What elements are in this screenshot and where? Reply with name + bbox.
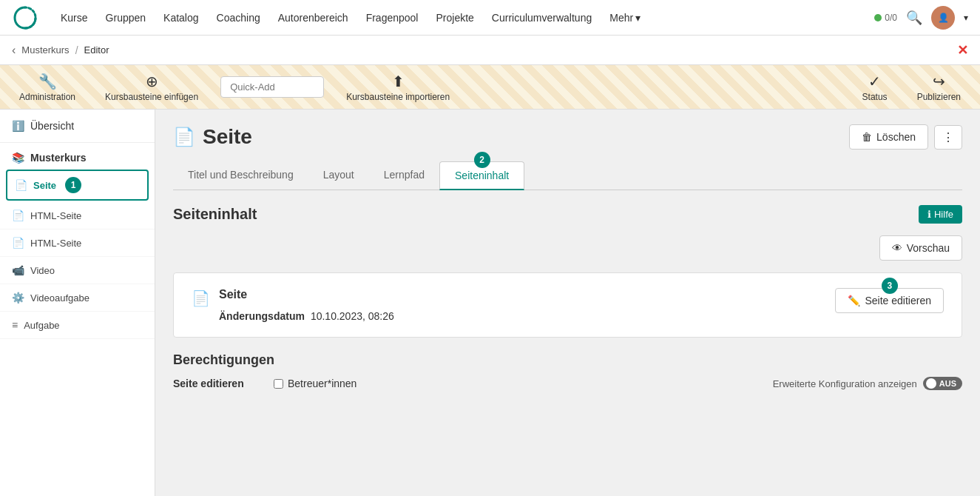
logo[interactable] bbox=[12, 4, 38, 31]
nav-links: Kurse Gruppen Katalog Coaching Autorenbe… bbox=[53, 7, 859, 28]
breadcrumb-current: Editor bbox=[84, 44, 109, 56]
close-button[interactable]: ✕ bbox=[957, 42, 968, 58]
plus-icon: ⊕ bbox=[146, 73, 158, 90]
edit-icon: ✏️ bbox=[848, 295, 860, 306]
sidebar-item-videoaufgabe[interactable]: ⚙️ Videoaufgabe bbox=[0, 284, 155, 312]
section-title: Seiteninhalt bbox=[173, 206, 257, 223]
page-title-icon: 📄 bbox=[173, 127, 195, 147]
breadcrumb-parent[interactable]: Musterkurs bbox=[21, 44, 69, 56]
sidebar-overview[interactable]: ℹ️ Übersicht bbox=[0, 110, 155, 143]
step-badge-1: 1 bbox=[65, 177, 81, 193]
administration-button[interactable]: 🔧 Administration bbox=[12, 68, 83, 107]
tabs: Titel und Beschreibung Layout Lernpfad 2… bbox=[173, 161, 962, 190]
edit-step-badge: 3 bbox=[882, 278, 898, 294]
permissions-checkbox[interactable] bbox=[274, 379, 283, 389]
page-title: 📄 Seite bbox=[173, 125, 252, 149]
card-body: Seite Änderungsdatum 10.10.2023, 08:26 bbox=[219, 288, 826, 322]
card-title: Seite bbox=[219, 288, 826, 301]
tab-seiteninhalt[interactable]: 2 Seiteninhalt bbox=[439, 161, 524, 190]
page-header: 📄 Seite 🗑 Löschen ⋮ bbox=[173, 124, 962, 150]
nav-curriculum[interactable]: Curriculumverwaltung bbox=[484, 7, 599, 28]
content-area: 📄 Seite 🗑 Löschen ⋮ Titel und Beschreibu… bbox=[155, 110, 980, 496]
import-button[interactable]: ⬆ Kursbausteine importieren bbox=[339, 68, 457, 107]
card-actions: 3 ✏️ Seite editieren bbox=[835, 288, 944, 313]
status-dot bbox=[874, 14, 882, 21]
book-icon: 📚 bbox=[12, 152, 24, 164]
toolbar-right: ✓ Status ↪ Publizieren bbox=[855, 68, 968, 107]
sidebar-item-seite[interactable]: 📄 Seite 1 bbox=[6, 170, 149, 201]
nav-katalog[interactable]: Katalog bbox=[156, 7, 206, 28]
permissions-right: Erweiterte Konfiguration anzeigen AUS bbox=[773, 377, 962, 390]
quick-add-input[interactable] bbox=[220, 76, 324, 98]
toggle-circle bbox=[926, 378, 936, 389]
breadcrumb: ‹ Musterkurs / Editor ✕ bbox=[0, 36, 980, 65]
permissions-edit-label: Seite editieren bbox=[173, 378, 262, 389]
status-count: 0/0 bbox=[885, 13, 897, 23]
card-meta-value: 10.10.2023, 08:26 bbox=[311, 310, 394, 322]
edit-button-wrapper: 3 ✏️ Seite editieren bbox=[835, 288, 944, 313]
nav-projekte[interactable]: Projekte bbox=[428, 7, 481, 28]
insert-button[interactable]: ⊕ Kursbausteine einfügen bbox=[98, 68, 206, 107]
nav-right: 0/0 🔍 👤 ▾ bbox=[874, 6, 968, 30]
status-indicator: 0/0 bbox=[874, 13, 897, 23]
info-icon: ℹ️ bbox=[12, 120, 24, 132]
preview-button[interactable]: 👁 Vorschau bbox=[879, 235, 962, 261]
preview-row: 👁 Vorschau bbox=[173, 235, 962, 272]
card-header: 📄 Seite Änderungsdatum 10.10.2023, 08:26… bbox=[192, 288, 944, 322]
tab-step-badge: 2 bbox=[474, 152, 490, 168]
tab-layout[interactable]: Layout bbox=[308, 161, 369, 190]
toolbar: 🔧 Administration ⊕ Kursbausteine einfüge… bbox=[0, 65, 980, 110]
sidebar-item-html1[interactable]: 📄 HTML-Seite bbox=[0, 202, 155, 229]
tab-lernpfad[interactable]: Lernpfad bbox=[369, 161, 439, 190]
sidebar-item-video[interactable]: 📹 Video bbox=[0, 257, 155, 284]
html-icon-1: 📄 bbox=[12, 210, 24, 221]
sidebar-item-html2[interactable]: 📄 HTML-Seite bbox=[0, 229, 155, 257]
help-button[interactable]: ℹ Hilfe bbox=[919, 205, 962, 224]
permissions-row: Seite editieren Betreuer*innen Erweitert… bbox=[173, 377, 962, 390]
sidebar-item-aufgabe[interactable]: ≡ Aufgabe bbox=[0, 312, 155, 339]
search-icon[interactable]: 🔍 bbox=[906, 10, 922, 26]
publish-button[interactable]: ↪ Publizieren bbox=[910, 68, 968, 107]
eye-icon: 👁 bbox=[892, 242, 902, 254]
videoaufgabe-icon: ⚙️ bbox=[12, 292, 24, 304]
toggle-off[interactable]: AUS bbox=[923, 377, 962, 390]
permissions-title: Berechtigungen bbox=[173, 352, 962, 368]
share-icon: ↪ bbox=[933, 73, 945, 90]
wrench-icon: 🔧 bbox=[38, 73, 57, 90]
nav-fragenpool[interactable]: Fragenpool bbox=[359, 7, 426, 28]
video-icon: 📹 bbox=[12, 264, 24, 276]
nav-autorenbereich[interactable]: Autorenbereich bbox=[271, 7, 356, 28]
config-label: Erweiterte Konfiguration anzeigen bbox=[773, 378, 917, 389]
breadcrumb-separator: / bbox=[75, 44, 78, 56]
sidebar-section-header: 📚 Musterkurs bbox=[0, 143, 155, 168]
nav-mehr[interactable]: Mehr ▾ bbox=[602, 7, 648, 28]
nav-kurse[interactable]: Kurse bbox=[53, 7, 95, 28]
card-file-icon: 📄 bbox=[192, 289, 210, 307]
main-layout: ℹ️ Übersicht 📚 Musterkurs 📄 Seite 1 📄 HT… bbox=[0, 110, 980, 496]
permissions-checkbox-label[interactable]: Betreuer*innen bbox=[274, 378, 356, 389]
import-icon: ⬆ bbox=[392, 73, 405, 90]
card-meta: Änderungsdatum 10.10.2023, 08:26 bbox=[219, 310, 826, 322]
trash-icon: 🗑 bbox=[862, 131, 872, 143]
tab-titel[interactable]: Titel und Beschreibung bbox=[173, 161, 308, 190]
sidebar: ℹ️ Übersicht 📚 Musterkurs 📄 Seite 1 📄 HT… bbox=[0, 110, 155, 496]
avatar[interactable]: 👤 bbox=[931, 6, 955, 30]
back-button[interactable]: ‹ bbox=[12, 44, 16, 57]
help-icon: ℹ bbox=[927, 209, 931, 220]
permissions-section: Berechtigungen Seite editieren Betreuer*… bbox=[173, 352, 962, 390]
card-meta-label: Änderungsdatum bbox=[219, 310, 305, 322]
more-button[interactable]: ⋮ bbox=[934, 125, 962, 150]
delete-button[interactable]: 🗑 Löschen bbox=[849, 124, 928, 150]
content-card: 📄 Seite Änderungsdatum 10.10.2023, 08:26… bbox=[173, 272, 962, 338]
page-actions: 🗑 Löschen ⋮ bbox=[849, 124, 962, 150]
page-icon: 📄 bbox=[15, 179, 27, 191]
nav-gruppen[interactable]: Gruppen bbox=[98, 7, 153, 28]
user-dropdown-icon[interactable]: ▾ bbox=[964, 13, 968, 23]
nav-coaching[interactable]: Coaching bbox=[209, 7, 268, 28]
html-icon-2: 📄 bbox=[12, 237, 24, 249]
checkmark-icon: ✓ bbox=[868, 73, 881, 90]
status-button[interactable]: ✓ Status bbox=[855, 68, 895, 107]
section-header: Seiteninhalt ℹ Hilfe bbox=[173, 205, 962, 224]
aufgabe-icon: ≡ bbox=[12, 319, 18, 331]
top-nav: Kurse Gruppen Katalog Coaching Autorenbe… bbox=[0, 0, 980, 36]
